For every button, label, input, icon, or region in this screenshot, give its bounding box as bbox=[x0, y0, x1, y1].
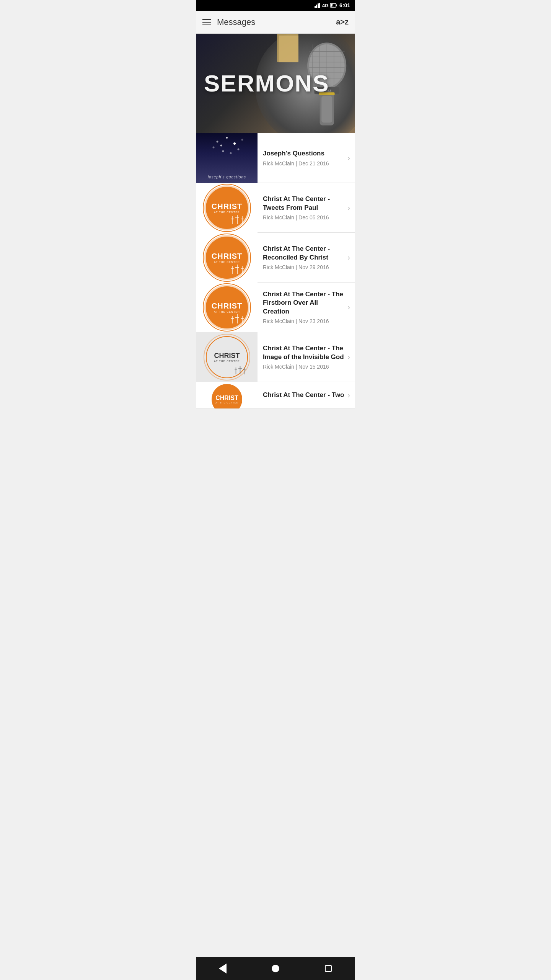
signal-icon bbox=[315, 3, 321, 8]
svg-line-7 bbox=[333, 4, 333, 7]
sermon-item[interactable]: joseph's questions Joseph's Questions Ri… bbox=[196, 133, 355, 183]
svg-rect-51 bbox=[243, 369, 246, 370]
time-display: 6:01 bbox=[339, 2, 350, 8]
hero-banner: SM58 SERMONS bbox=[196, 34, 355, 133]
sermon-meta: Rick McClain | Nov 23 2016 bbox=[263, 318, 344, 324]
signal-icons: 4G bbox=[315, 3, 337, 8]
sermon-info: Christ At The Center - Reconciled By Chr… bbox=[258, 240, 347, 274]
sermon-meta: Rick McClain | Dec 05 2016 bbox=[263, 214, 344, 220]
sermon-info: Christ At The Center - Tweets From Paul … bbox=[258, 190, 347, 225]
chevron-right-icon: › bbox=[347, 303, 355, 312]
svg-rect-45 bbox=[241, 318, 244, 319]
svg-rect-1 bbox=[316, 5, 317, 8]
svg-rect-29 bbox=[231, 219, 234, 219]
svg-rect-33 bbox=[241, 219, 244, 219]
svg-rect-46 bbox=[236, 368, 236, 374]
christ-circle: CHRIST AT THE CENTER bbox=[206, 286, 248, 328]
sermon-thumbnail: CHRIST AT THE CENTER bbox=[196, 183, 258, 233]
sermon-title: Christ At The Center - Two bbox=[263, 391, 344, 399]
sermon-title: Christ At The Center - Reconciled By Chr… bbox=[263, 245, 344, 261]
svg-rect-37 bbox=[235, 267, 239, 268]
sermon-title: Joseph's Questions bbox=[263, 149, 344, 158]
hamburger-line-1 bbox=[202, 19, 211, 20]
menu-button[interactable] bbox=[202, 19, 211, 25]
svg-rect-39 bbox=[241, 268, 244, 269]
svg-rect-6 bbox=[331, 4, 332, 7]
sermon-list: joseph's questions Joseph's Questions Ri… bbox=[196, 133, 355, 409]
svg-rect-49 bbox=[238, 368, 242, 369]
christ-sub-text: AT THE CENTER bbox=[214, 211, 240, 214]
crosses-decoration bbox=[231, 314, 244, 323]
sermon-thumbnail: CHRIST AT THE CENTER bbox=[196, 332, 258, 382]
svg-rect-36 bbox=[237, 265, 238, 274]
chevron-right-icon: › bbox=[347, 391, 355, 400]
crosses-decoration bbox=[231, 265, 244, 274]
hero-title: SERMONS bbox=[204, 72, 329, 95]
christ-circle: CHRIST AT THE CENTER bbox=[206, 187, 248, 229]
svg-rect-44 bbox=[242, 316, 243, 323]
sermon-info: Christ At The Center - The Image of the … bbox=[258, 340, 347, 374]
sermon-thumbnail: CHRIST AT THE CENTER bbox=[196, 233, 258, 283]
sermon-item[interactable]: CHRIST AT THE CENTER bbox=[196, 233, 355, 283]
svg-rect-3 bbox=[319, 3, 320, 8]
network-type: 4G bbox=[322, 3, 329, 8]
sermon-meta: Rick McClain | Dec 21 2016 bbox=[263, 160, 344, 167]
sermon-thumbnail: CHRIST AT THE CENTER bbox=[196, 283, 258, 332]
sermon-item[interactable]: CHRIST AT THE CENTER bbox=[196, 183, 355, 233]
chevron-right-icon: › bbox=[347, 203, 355, 212]
svg-rect-35 bbox=[231, 268, 234, 269]
svg-rect-9 bbox=[279, 36, 298, 62]
thumbnail-label: joseph's questions bbox=[208, 175, 246, 179]
sermon-meta: Rick McClain | Nov 29 2016 bbox=[263, 264, 344, 270]
christ-main-text: CHRIST bbox=[212, 252, 242, 261]
sermon-meta: Rick McClain | Nov 15 2016 bbox=[263, 364, 344, 370]
christ-main-text: CHRIST bbox=[212, 202, 242, 211]
sermon-thumbnail: CHRIST AT THE CENTER bbox=[196, 382, 258, 409]
hamburger-line-3 bbox=[202, 24, 211, 25]
sermon-item[interactable]: CHRIST AT THE CENTER bbox=[196, 332, 355, 382]
christ-main-text: CHRIST bbox=[212, 302, 242, 310]
chevron-right-icon: › bbox=[347, 154, 355, 162]
christ-sub-text: AT THE CENTER bbox=[214, 310, 240, 313]
svg-rect-28 bbox=[232, 216, 233, 224]
chevron-right-icon: › bbox=[347, 353, 355, 361]
svg-rect-42 bbox=[237, 314, 238, 323]
sermon-title: Christ At The Center - Tweets From Paul bbox=[263, 195, 344, 212]
christ-sub-text-partial: AT THE CENTER bbox=[215, 402, 238, 404]
svg-rect-32 bbox=[242, 216, 243, 224]
sermon-title: Christ At The Center - The Image of the … bbox=[263, 344, 344, 361]
svg-rect-50 bbox=[244, 368, 245, 374]
battery-icon bbox=[330, 3, 337, 8]
sermon-title: Christ At The Center - The Firstborn Ove… bbox=[263, 290, 344, 315]
svg-rect-38 bbox=[242, 266, 243, 274]
status-bar: 4G 6:01 bbox=[196, 0, 355, 11]
sermon-item[interactable]: CHRIST AT THE CENTER bbox=[196, 283, 355, 332]
sermon-thumbnail: joseph's questions bbox=[196, 133, 258, 183]
crosses-decoration bbox=[231, 215, 244, 224]
sermon-item-partial[interactable]: CHRIST AT THE CENTER Christ At The Cente… bbox=[196, 382, 355, 409]
svg-rect-43 bbox=[235, 317, 239, 318]
christ-circle: CHRIST AT THE CENTER bbox=[206, 237, 248, 279]
svg-rect-31 bbox=[235, 217, 239, 218]
svg-rect-30 bbox=[237, 215, 238, 224]
svg-rect-26 bbox=[321, 96, 332, 123]
page-title: Messages bbox=[217, 17, 255, 27]
svg-rect-48 bbox=[240, 366, 241, 374]
chevron-right-icon: › bbox=[347, 253, 355, 262]
christ-main-text-partial: CHRIST bbox=[215, 395, 238, 402]
sermon-info: Christ At The Center - The Firstborn Ove… bbox=[258, 286, 347, 328]
hamburger-line-2 bbox=[202, 22, 211, 23]
christ-circle-partial: CHRIST AT THE CENTER bbox=[212, 384, 242, 409]
app-bar: Messages a>z bbox=[196, 11, 355, 34]
svg-rect-40 bbox=[232, 316, 233, 323]
sort-az-button[interactable]: a>z bbox=[336, 18, 349, 26]
svg-rect-41 bbox=[231, 318, 234, 319]
svg-rect-5 bbox=[336, 5, 337, 7]
christ-sub-text: AT THE CENTER bbox=[214, 261, 240, 263]
svg-rect-47 bbox=[235, 369, 237, 370]
crosses-gray bbox=[235, 366, 246, 374]
svg-rect-0 bbox=[315, 6, 316, 8]
svg-rect-2 bbox=[318, 3, 319, 8]
sermon-info-partial: Christ At The Center - Two bbox=[258, 386, 347, 404]
christ-circle-gray: CHRIST AT THE CENTER bbox=[206, 336, 248, 378]
